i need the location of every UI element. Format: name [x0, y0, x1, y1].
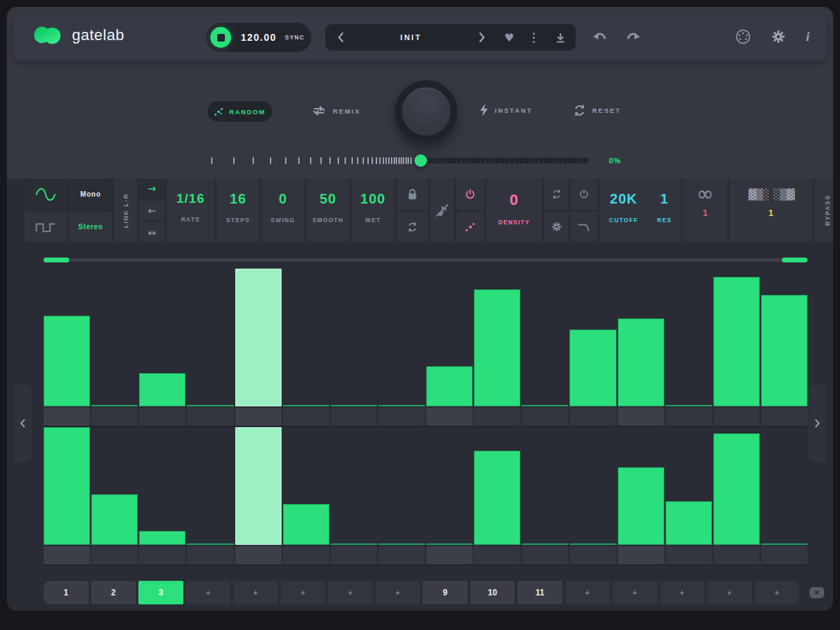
step-bar[interactable]	[91, 269, 138, 406]
step-bar[interactable]	[426, 427, 473, 545]
wet-control[interactable]: 100 WET	[351, 179, 394, 242]
step-pad[interactable]	[378, 546, 425, 564]
step-bar[interactable]	[474, 427, 520, 545]
stop-button[interactable]	[210, 27, 231, 48]
pattern-slot-13[interactable]: +	[612, 581, 657, 604]
step-pad[interactable]	[235, 408, 282, 426]
density-control[interactable]: 0 DENSITY	[486, 179, 542, 242]
bypass-button[interactable]: BYPASS	[814, 179, 833, 242]
step-bar[interactable]	[713, 427, 760, 545]
step-pad[interactable]	[378, 408, 425, 426]
density-random-button[interactable]	[456, 212, 484, 243]
stereo-button[interactable]: Stereo	[69, 212, 112, 243]
step-pad[interactable]	[761, 546, 807, 564]
step-pad[interactable]	[522, 408, 568, 426]
step-pad[interactable]	[283, 408, 329, 426]
preset-prev-button[interactable]	[325, 33, 356, 42]
step-bar[interactable]	[569, 427, 616, 545]
pattern-slot-3[interactable]: 3	[138, 581, 183, 604]
info-button[interactable]: i	[806, 29, 810, 44]
step-bar[interactable]	[522, 269, 568, 406]
pattern-slot-5[interactable]: +	[233, 581, 278, 604]
pattern-slot-1[interactable]: 1	[44, 581, 89, 604]
swing-control[interactable]: 0 SWING	[262, 179, 304, 242]
preset-next-button[interactable]	[466, 33, 497, 42]
rate-control[interactable]: 1/16 RATE	[167, 179, 214, 242]
step-pad[interactable]	[235, 546, 282, 564]
midi-settings-button[interactable]	[736, 29, 751, 44]
step-bar[interactable]	[139, 427, 185, 545]
undo-button[interactable]	[592, 30, 608, 43]
step-bar[interactable]	[187, 427, 233, 545]
filter-cycle-button[interactable]	[544, 179, 569, 210]
step-pad[interactable]	[44, 546, 90, 564]
pattern-slot-4[interactable]: +	[186, 581, 231, 604]
redo-button[interactable]	[626, 30, 641, 43]
pattern-slot-15[interactable]: +	[707, 581, 752, 604]
pattern-slot-16[interactable]: +	[755, 581, 800, 604]
bpm-value[interactable]: 120.00	[241, 32, 277, 43]
step-pad[interactable]	[44, 408, 90, 426]
step-bar[interactable]	[235, 427, 282, 545]
random-amount-ruler[interactable]	[211, 154, 412, 167]
step-pad[interactable]	[569, 546, 616, 564]
step-bar[interactable]	[91, 427, 138, 545]
mono-button[interactable]: Mono	[69, 179, 112, 210]
step-bar[interactable]	[378, 427, 425, 545]
save-preset-button[interactable]	[545, 33, 576, 43]
loop-start-handle[interactable]	[44, 258, 69, 262]
random-button[interactable]: RANDOM	[208, 101, 272, 122]
step-pad[interactable]	[139, 408, 185, 426]
relock-cycle-button[interactable]	[396, 212, 428, 243]
step-bar[interactable]	[187, 269, 233, 406]
step-pad[interactable]	[761, 408, 807, 426]
steps-control[interactable]: 16 STEPS	[217, 179, 259, 242]
delete-pattern-button[interactable]: ✕	[810, 587, 824, 598]
lock-button[interactable]	[396, 179, 428, 210]
loop-end-handle[interactable]	[782, 258, 807, 262]
step-pad[interactable]	[474, 546, 520, 564]
repeat-control[interactable]: ∞ 1	[683, 179, 727, 242]
step-bar[interactable]	[139, 269, 185, 406]
pattern-slot-11[interactable]: 11	[518, 581, 563, 604]
step-bar[interactable]	[522, 427, 568, 545]
step-pad[interactable]	[139, 546, 185, 564]
step-pad[interactable]	[283, 546, 329, 564]
step-pad[interactable]	[331, 408, 377, 426]
step-pad[interactable]	[426, 408, 473, 426]
step-bar[interactable]	[761, 269, 807, 406]
waveform-sine-button[interactable]	[24, 179, 67, 210]
step-bar[interactable]	[283, 427, 329, 545]
step-pad[interactable]	[618, 408, 664, 426]
pattern-slot-14[interactable]: +	[660, 581, 705, 604]
pattern-slot-12[interactable]: +	[565, 581, 610, 604]
step-pad[interactable]	[91, 408, 138, 426]
mute-melody-button[interactable]	[430, 179, 454, 242]
sync-toggle[interactable]: SYNC	[285, 34, 304, 41]
step-pad[interactable]	[426, 546, 473, 564]
preset-name[interactable]: INIT	[356, 33, 466, 42]
random-amount-thumb[interactable]	[414, 154, 427, 167]
smooth-control[interactable]: 50 SMOOTH	[307, 179, 349, 242]
step-pad[interactable]	[618, 546, 664, 564]
pattern-slot-6[interactable]: +	[281, 581, 326, 604]
step-bar[interactable]	[569, 269, 616, 406]
step-bar[interactable]	[283, 269, 329, 406]
remix-button[interactable]: REMIX	[311, 104, 360, 118]
settings-button[interactable]	[771, 30, 785, 44]
step-bar[interactable]	[618, 427, 664, 545]
step-pad[interactable]	[522, 546, 568, 564]
pattern-slot-7[interactable]: +	[328, 581, 373, 604]
step-pad[interactable]	[569, 408, 616, 426]
filter-controls[interactable]: 20K CUTOFF 1 RES	[599, 179, 681, 242]
preset-menu-button[interactable]	[522, 33, 545, 43]
texture-control[interactable]: ▓▒░ ░▒▓ 1	[729, 179, 812, 242]
step-bar[interactable]	[474, 269, 520, 406]
random-amount-track[interactable]	[428, 158, 589, 163]
step-pad[interactable]	[713, 408, 760, 426]
step-bar[interactable]	[426, 269, 473, 406]
step-pad[interactable]	[666, 546, 712, 564]
waveform-square-button[interactable]	[24, 212, 67, 243]
instant-button[interactable]: INSTANT	[480, 104, 532, 116]
step-bar[interactable]	[44, 269, 90, 406]
